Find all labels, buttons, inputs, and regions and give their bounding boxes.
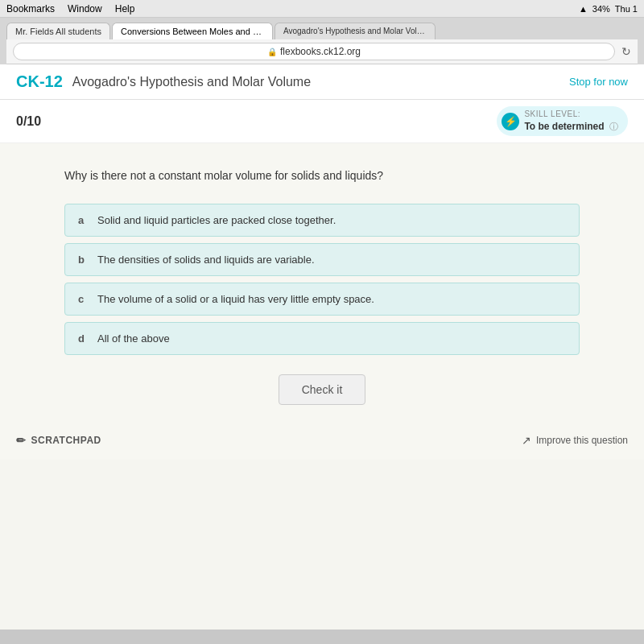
choice-c[interactable]: c The volume of a solid or a liquid has …: [64, 283, 580, 316]
page-content: CK-12 Avogadro's Hypothesis and Molar Vo…: [0, 64, 644, 630]
ck-logo-text: CK-12: [16, 72, 63, 91]
ck12-logo: CK-12 Avogadro's Hypothesis and Molar Vo…: [16, 72, 311, 91]
improve-label: Improve this question: [536, 435, 628, 446]
tab-conversions[interactable]: Conversions Between Moles and Mass | CK-…: [112, 23, 273, 39]
menu-window[interactable]: Window: [68, 3, 102, 14]
choice-a-letter: a: [78, 214, 89, 226]
wifi-icon: ▲: [579, 4, 588, 14]
score-row: 0/10 ⚡ SKILL LEVEL: To be determined ⓘ: [0, 100, 644, 143]
menu-bookmarks[interactable]: Bookmarks: [6, 3, 55, 14]
choice-d-text: All of the above: [97, 332, 170, 345]
scratchpad-icon: ✏: [16, 434, 27, 447]
page-title: Avogadro's Hypothesis and Molar Volume: [72, 75, 311, 89]
clock: Thu 1: [615, 4, 638, 14]
menu-help[interactable]: Help: [115, 3, 135, 14]
improve-question-button[interactable]: ↗ Improve this question: [522, 434, 628, 447]
address-bar[interactable]: 🔒 flexbooks.ck12.org: [13, 43, 615, 60]
check-it-button[interactable]: Check it: [279, 374, 366, 405]
choice-d[interactable]: d All of the above: [64, 322, 580, 355]
footer-row: ✏ SCRATCHPAD ↗ Improve this question: [0, 421, 644, 460]
skill-info: SKILL LEVEL: To be determined ⓘ: [524, 109, 618, 133]
browser-tabs: Mr. Fields All students Conversions Betw…: [6, 23, 638, 39]
question-area: Why is there not a constant molar volume…: [0, 143, 644, 421]
skill-label: SKILL LEVEL:: [524, 109, 618, 118]
menu-bar-right: ▲ 34% Thu 1: [579, 4, 638, 14]
choice-b-letter: b: [78, 254, 89, 266]
url-text: flexbooks.ck12.org: [280, 46, 361, 57]
skill-badge: ⚡ SKILL LEVEL: To be determined ⓘ: [497, 106, 628, 136]
refresh-button[interactable]: ↻: [621, 45, 631, 58]
answer-choices: a Solid and liquid particles are packed …: [64, 204, 580, 355]
browser-chrome: Mr. Fields All students Conversions Betw…: [0, 18, 644, 64]
scratchpad-label: SCRATCHPAD: [31, 435, 101, 446]
choice-a[interactable]: a Solid and liquid particles are packed …: [64, 204, 580, 237]
choice-b[interactable]: b The densities of solids and liquids ar…: [64, 243, 580, 276]
choice-d-letter: d: [78, 332, 89, 345]
skill-lightning-icon: ⚡: [502, 113, 519, 130]
improve-icon: ↗: [522, 434, 531, 447]
battery-indicator: 34%: [592, 4, 610, 14]
tab-avogadro[interactable]: Avogadro's Hypothesis and Molar Volume: [275, 23, 436, 39]
skill-info-icon[interactable]: ⓘ: [609, 122, 618, 131]
menu-bar: Bookmarks Window Help ▲ 34% Thu 1: [0, 0, 644, 18]
stop-for-now-button[interactable]: Stop for now: [569, 76, 628, 88]
ck12-header: CK-12 Avogadro's Hypothesis and Molar Vo…: [0, 64, 644, 100]
choice-c-letter: c: [78, 293, 89, 305]
choice-a-text: Solid and liquid particles are packed cl…: [97, 214, 336, 226]
choice-b-text: The densities of solids and liquids are …: [97, 254, 315, 266]
skill-value: To be determined: [524, 121, 604, 132]
tab-mr-fields[interactable]: Mr. Fields All students: [6, 23, 110, 39]
question-text: Why is there not a constant molar volume…: [64, 167, 580, 184]
score-display: 0/10: [16, 114, 41, 129]
check-it-row: Check it: [64, 374, 580, 405]
choice-c-text: The volume of a solid or a liquid has ve…: [97, 293, 374, 305]
scratchpad-button[interactable]: ✏ SCRATCHPAD: [16, 434, 101, 447]
address-bar-row: 🔒 flexbooks.ck12.org ↻: [6, 39, 638, 64]
lock-icon: 🔒: [267, 47, 277, 56]
